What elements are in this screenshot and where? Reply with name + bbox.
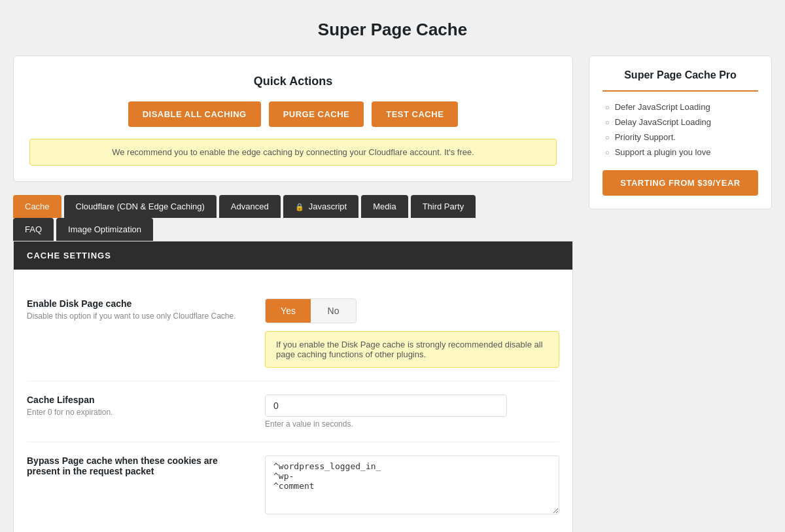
cache-lifespan-desc: Enter 0 for no expiration.: [27, 408, 249, 417]
quick-actions-card: Quick Actions DISABLE ALL CACHING PURGE …: [13, 56, 573, 182]
setting-label-col: Enable Disk Page cache Disable this opti…: [27, 298, 249, 321]
bypass-cookies-textarea[interactable]: ^wordpress_logged_in_ ^wp- ^comment: [265, 455, 559, 514]
tabs-row-2: FAQ Image Optimization: [13, 218, 573, 241]
bypass-cookies-control: ^wordpress_logged_in_ ^wp- ^comment: [265, 455, 559, 516]
tab-javascript[interactable]: Javascript: [283, 195, 359, 218]
pro-feature-1: Defer JavaScript Loading: [602, 102, 758, 112]
setting-bypass-cookies: Bypass Page cache when these cookies are…: [27, 442, 559, 529]
cache-lifespan-label: Cache Lifespan: [27, 395, 249, 405]
toggle-group: Yes No: [265, 298, 357, 323]
setting-enable-disk-cache: Enable Disk Page cache Disable this opti…: [27, 285, 559, 381]
enable-disk-cache-label: Enable Disk Page cache: [27, 298, 249, 309]
cache-lifespan-input[interactable]: [265, 395, 507, 417]
setting-label-col-lifespan: Cache Lifespan Enter 0 for no expiration…: [27, 395, 249, 417]
tabs-row-1: Cache Cloudflare (CDN & Edge Caching) Ad…: [13, 195, 573, 218]
cache-lifespan-hint: Enter a value in seconds.: [265, 419, 559, 429]
disable-caching-button[interactable]: DISABLE ALL CACHING: [128, 101, 261, 127]
tab-cloudflare[interactable]: Cloudflare (CDN & Edge Caching): [64, 195, 217, 218]
bypass-cookies-label: Bypass Page cache when these cookies are…: [27, 455, 249, 476]
pro-card-col: Super Page Cache Pro Defer JavaScript Lo…: [589, 56, 772, 209]
test-cache-button[interactable]: TEST CACHE: [372, 101, 458, 127]
purge-cache-button[interactable]: PURGE CACHE: [269, 101, 364, 127]
pro-feature-3: Priority Support.: [602, 132, 758, 142]
tab-cache[interactable]: Cache: [13, 195, 61, 218]
pro-feature-2: Delay JavaScript Loading: [602, 117, 758, 127]
tab-third-party[interactable]: Third Party: [411, 195, 476, 218]
enable-disk-cache-control: Yes No If you enable the Disk Page cache…: [265, 298, 559, 368]
cache-settings-header: CACHE SETTINGS: [14, 241, 572, 270]
tabs-container: Cache Cloudflare (CDN & Edge Caching) Ad…: [13, 195, 573, 241]
cloudflare-notice: We recommend you to enable the edge cach…: [29, 139, 557, 166]
pro-card: Super Page Cache Pro Defer JavaScript Lo…: [589, 56, 772, 209]
setting-cache-lifespan: Cache Lifespan Enter 0 for no expiration…: [27, 381, 559, 442]
tab-advanced[interactable]: Advanced: [219, 195, 281, 218]
setting-label-col-cookies: Bypass Page cache when these cookies are…: [27, 455, 249, 479]
enable-disk-cache-desc: Disable this option if you want to use o…: [27, 311, 249, 321]
toggle-yes-button[interactable]: Yes: [266, 299, 311, 323]
pro-feature-4: Support a plugin you love: [602, 147, 758, 157]
quick-actions-buttons: DISABLE ALL CACHING PURGE CACHE TEST CAC…: [29, 101, 557, 127]
disk-cache-warning: If you enable the Disk Page cache is str…: [265, 331, 559, 368]
tab-media[interactable]: Media: [361, 195, 408, 218]
page-title: Super Page Cache: [13, 20, 772, 40]
cache-settings-section: CACHE SETTINGS Enable Disk Page cache Di…: [13, 241, 573, 532]
pro-card-title: Super Page Cache Pro: [602, 69, 758, 92]
tab-image-optimization[interactable]: Image Optimization: [56, 218, 153, 241]
toggle-no-button[interactable]: No: [311, 299, 356, 323]
tab-faq[interactable]: FAQ: [13, 218, 54, 241]
settings-body: Enable Disk Page cache Disable this opti…: [14, 270, 572, 532]
pro-features-list: Defer JavaScript Loading Delay JavaScrip…: [602, 102, 758, 157]
cache-lifespan-control: Enter a value in seconds.: [265, 395, 559, 429]
pro-cta-button[interactable]: STARTING FROM $39/YEAR: [602, 170, 758, 196]
quick-actions-title: Quick Actions: [29, 75, 557, 88]
lock-icon: [295, 202, 305, 211]
